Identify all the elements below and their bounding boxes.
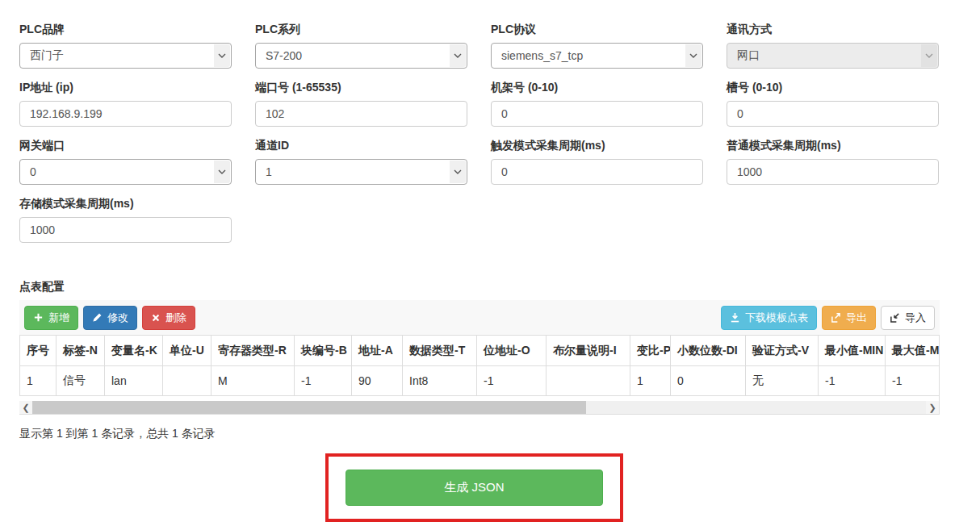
cell-regtype: M xyxy=(211,366,295,396)
form-group-comm-method: 通讯方式 网口 xyxy=(727,23,939,69)
pagination-info: 显示第 1 到第 1 条记录，总共 1 条记录 xyxy=(19,427,216,441)
cell-datatype: Int8 xyxy=(403,366,477,396)
cell-min: -1 xyxy=(819,366,886,396)
cell-validation: 无 xyxy=(746,366,819,396)
port-label: 端口号 (1-65535) xyxy=(255,81,467,95)
ip-address-input[interactable] xyxy=(19,101,232,127)
delete-button[interactable]: 删除 xyxy=(142,306,195,330)
point-table-container: 序号 标签-N 变量名-K 单位-U 寄存器类型-R 块编号-B 地址-A 数据… xyxy=(19,335,940,415)
col-header-index: 序号 xyxy=(20,336,57,366)
slot-number-input[interactable] xyxy=(727,101,939,127)
scrollbar-thumb[interactable] xyxy=(32,401,586,414)
add-button-label: 新增 xyxy=(48,311,69,325)
edit-button[interactable]: 修改 xyxy=(83,306,137,330)
plc-series-label: PLC系列 xyxy=(255,23,467,37)
plc-brand-value: 西门子 xyxy=(30,48,64,63)
scroll-left-arrow-icon[interactable]: ❮ xyxy=(19,401,32,414)
plc-protocol-select[interactable]: siemens_s7_tcp xyxy=(491,43,703,69)
table-row[interactable]: 1 信号 lan M -1 90 Int8 -1 1 0 无 -1 -1 xyxy=(20,366,940,396)
comm-method-select-disabled: 网口 xyxy=(727,43,939,69)
col-header-datatype: 数据类型-T xyxy=(403,336,477,366)
col-header-ratio: 变比-P xyxy=(630,336,671,366)
plus-icon xyxy=(33,312,44,323)
cell-ratio: 1 xyxy=(630,366,671,396)
gateway-port-label: 网关端口 xyxy=(19,139,232,153)
chevron-down-icon xyxy=(921,44,937,67)
form-group-plc-brand: PLC品牌 西门子 xyxy=(19,23,232,69)
channel-id-value: 1 xyxy=(266,165,272,178)
normal-period-input[interactable] xyxy=(727,159,939,185)
cell-index: 1 xyxy=(20,366,57,396)
trigger-period-label: 触发模式采集周期(ms) xyxy=(491,139,703,153)
col-header-unit: 单位-U xyxy=(163,336,211,366)
import-button-label: 导入 xyxy=(905,311,926,325)
col-header-booldesc: 布尔量说明-I xyxy=(547,336,630,366)
point-table: 序号 标签-N 变量名-K 单位-U 寄存器类型-R 块编号-B 地址-A 数据… xyxy=(19,335,940,396)
export-icon xyxy=(831,312,841,323)
plc-protocol-value: siemens_s7_tcp xyxy=(501,49,583,62)
form-group-slot-number: 槽号 (0-10) xyxy=(727,81,939,127)
generate-json-button[interactable]: 生成 JSON xyxy=(346,470,603,506)
plc-series-select[interactable]: S7-200 xyxy=(255,43,467,69)
table-header-row: 序号 标签-N 变量名-K 单位-U 寄存器类型-R 块编号-B 地址-A 数据… xyxy=(20,336,940,366)
cell-tag: 信号 xyxy=(57,366,105,396)
horizontal-scrollbar[interactable]: ❮ ❯ xyxy=(19,401,939,414)
channel-id-label: 通道ID xyxy=(255,139,467,153)
form-group-storage-period: 存储模式采集周期(ms) xyxy=(19,197,232,243)
storage-period-input[interactable] xyxy=(19,217,232,243)
download-template-button[interactable]: 下载模板点表 xyxy=(721,306,817,330)
plc-config-page: PLC品牌 西门子 PLC系列 S7-200 PLC协议 siemens_s7_… xyxy=(0,0,980,526)
gateway-port-value: 0 xyxy=(30,165,36,178)
trigger-period-input[interactable] xyxy=(491,159,703,185)
chevron-down-icon xyxy=(685,44,701,67)
plc-brand-select[interactable]: 西门子 xyxy=(19,43,232,69)
col-header-decimals: 小数位数-DI xyxy=(671,336,746,366)
scroll-right-arrow-icon[interactable]: ❯ xyxy=(926,401,939,414)
gateway-port-select[interactable]: 0 xyxy=(19,159,232,185)
col-header-varname: 变量名-K xyxy=(105,336,163,366)
rack-number-label: 机架号 (0-10) xyxy=(491,81,703,95)
delete-button-label: 删除 xyxy=(165,311,186,325)
form-group-plc-protocol: PLC协议 siemens_s7_tcp xyxy=(491,23,703,69)
import-icon xyxy=(890,312,900,323)
annotation-rectangle: 生成 JSON xyxy=(325,453,623,522)
storage-period-label: 存储模式采集周期(ms) xyxy=(19,197,232,211)
download-icon xyxy=(730,312,740,323)
form-group-rack-number: 机架号 (0-10) xyxy=(491,81,703,127)
chevron-down-icon xyxy=(450,44,466,67)
export-button[interactable]: 导出 xyxy=(822,306,876,330)
plc-protocol-label: PLC协议 xyxy=(491,23,703,37)
col-header-tag: 标签-N xyxy=(57,336,105,366)
form-group-normal-period: 普通模式采集周期(ms) xyxy=(727,139,939,185)
comm-method-value: 网口 xyxy=(737,48,760,63)
form-group-gateway-port: 网关端口 0 xyxy=(19,139,232,185)
col-header-max: 最大值-MAX xyxy=(886,336,940,366)
slot-number-label: 槽号 (0-10) xyxy=(727,81,939,95)
normal-period-label: 普通模式采集周期(ms) xyxy=(727,139,939,153)
plc-connection-form: PLC品牌 西门子 PLC系列 S7-200 PLC协议 siemens_s7_… xyxy=(19,23,940,243)
form-group-port: 端口号 (1-65535) xyxy=(255,81,467,127)
col-header-regtype: 寄存器类型-R xyxy=(211,336,295,366)
export-button-label: 导出 xyxy=(846,311,867,325)
channel-id-select[interactable]: 1 xyxy=(255,159,467,185)
col-header-bitaddress: 位地址-O xyxy=(477,336,547,366)
add-button[interactable]: 新增 xyxy=(24,306,78,330)
form-group-channel-id: 通道ID 1 xyxy=(255,139,467,185)
cell-blockno: -1 xyxy=(295,366,352,396)
import-button[interactable]: 导入 xyxy=(881,306,935,330)
cell-decimals: 0 xyxy=(671,366,746,396)
col-header-min: 最小值-MIN xyxy=(819,336,886,366)
x-icon xyxy=(151,313,161,323)
chevron-down-icon xyxy=(450,161,466,183)
rack-number-input[interactable] xyxy=(491,101,703,127)
cell-max: -1 xyxy=(886,366,940,396)
scrollbar-track[interactable] xyxy=(32,401,926,414)
chevron-down-icon xyxy=(214,44,230,67)
port-input[interactable] xyxy=(255,101,467,127)
col-header-validation: 验证方式-V xyxy=(746,336,819,366)
plc-series-value: S7-200 xyxy=(266,49,302,62)
col-header-address: 地址-A xyxy=(352,336,403,366)
download-template-label: 下载模板点表 xyxy=(745,311,808,325)
point-table-title: 点表配置 xyxy=(19,280,65,294)
pencil-icon xyxy=(92,312,103,323)
